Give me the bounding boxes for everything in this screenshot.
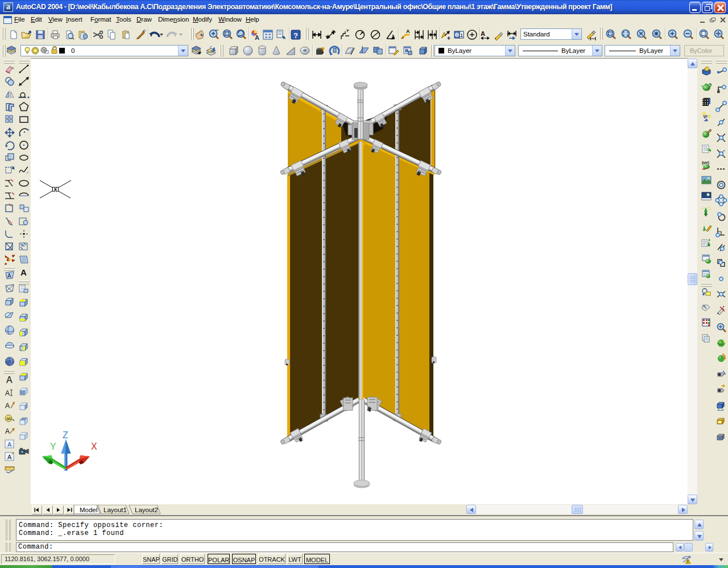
svg-text:A: A (255, 34, 259, 41)
svg-text:1: 1 (460, 32, 463, 38)
svg-text:A: A (20, 267, 27, 277)
svg-text:Z: Z (63, 430, 68, 440)
svg-text:A: A (5, 402, 10, 410)
svg-text:A: A (7, 441, 12, 448)
svg-text:?: ? (293, 31, 298, 40)
svg-text:A: A (7, 273, 11, 279)
svg-text:Model: Model (80, 507, 97, 513)
svg-text:A: A (481, 30, 485, 37)
svg-text:Layout1: Layout1 (104, 507, 127, 513)
svg-text:Y: Y (50, 442, 56, 451)
svg-text:X: X (91, 442, 97, 451)
svg-text:A: A (406, 28, 410, 34)
svg-text:A: A (7, 454, 12, 460)
svg-text:Layout2: Layout2 (135, 507, 158, 513)
svg-text:ab: ab (6, 416, 11, 421)
svg-text:A: A (5, 389, 10, 397)
svg-text:A: A (6, 375, 13, 385)
svg-text:(uv): (uv) (702, 160, 709, 165)
svg-text:A: A (5, 427, 10, 435)
